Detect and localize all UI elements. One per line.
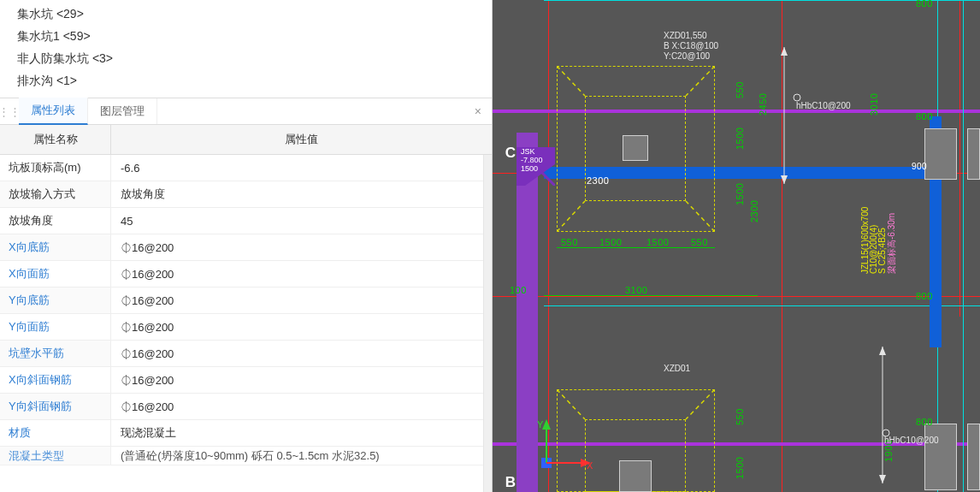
property-rows[interactable]: 坑板顶标高(m)-6.6放坡输入方式放坡角度放坡角度45X向底筋⏀16@200X… [0, 155, 483, 492]
anno-hbc1: hHbC10@200 [796, 101, 851, 111]
property-name: 放坡角度 [0, 208, 111, 234]
property-value[interactable]: ⏀16@200 [111, 287, 483, 313]
column [623, 135, 648, 161]
jsk-label: JSK -7.800 1500 [521, 148, 543, 174]
property-row[interactable]: 放坡输入方式放坡角度 [0, 181, 483, 208]
property-value[interactable]: 放坡角度 [111, 181, 483, 207]
dim-800: 800 [916, 111, 933, 122]
dim-800: 800 [916, 0, 933, 9]
dim-arrow-icon [779, 47, 789, 184]
property-value[interactable]: ⏀16@200 [111, 367, 483, 393]
anno-xzd-lower: XZD01 [664, 364, 690, 374]
cad-viewport[interactable]: 550 1500 1500 550 550 1500 1500 2300 245… [493, 0, 980, 492]
header-value: 属性值 [111, 125, 492, 154]
property-row[interactable]: 坑板顶标高(m)-6.6 [0, 155, 483, 181]
svg-line-3 [686, 201, 715, 232]
dim-550v-low: 550 [735, 408, 745, 425]
tree-item[interactable]: 非人防集水坑 <3> [17, 48, 485, 70]
property-row[interactable]: 材质现浇混凝土 [0, 420, 483, 447]
scrollbar[interactable] [483, 155, 492, 492]
property-row[interactable]: Y向底筋⏀16@200 [0, 287, 483, 314]
property-name: 材质 [0, 420, 111, 446]
svg-text:Y: Y [537, 419, 544, 430]
svg-text:X: X [587, 460, 593, 471]
dim-3010v: 3010 [869, 93, 879, 116]
dim-line-3100 [544, 295, 758, 296]
gridline-vertical [959, 0, 960, 317]
property-name: Y向面筋 [0, 314, 111, 340]
column [967, 128, 980, 180]
property-row[interactable]: X向斜面钢筋⏀16@200 [0, 367, 483, 394]
leader-dot-icon [792, 92, 802, 103]
property-value[interactable]: (普通砼(坍落度10~90mm) 砾石 0.5~1.5cm 水泥32.5) [111, 447, 483, 465]
property-table-header: 属性名称 属性值 [0, 125, 492, 155]
dim-800: 800 [916, 291, 933, 301]
grid-label-b: B [501, 473, 520, 492]
dim-2300v: 2300 [749, 200, 759, 222]
dim-550: 550 [561, 237, 578, 247]
anno-hbc2: hHbC10@200 [884, 436, 939, 446]
dim-550: 550 [691, 237, 708, 247]
svg-line-0 [557, 66, 585, 96]
dim-2450v: 2450 [758, 93, 768, 116]
property-row[interactable]: 坑壁水平筋⏀16@200 [0, 341, 483, 367]
property-row[interactable]: 混凝土类型(普通砼(坍落度10~90mm) 砾石 0.5~1.5cm 水泥32.… [0, 447, 483, 465]
svg-marker-20 [879, 475, 886, 483]
property-value[interactable]: ⏀16@200 [111, 394, 483, 419]
svg-marker-19 [879, 347, 886, 355]
property-value[interactable]: ⏀16@200 [111, 234, 483, 260]
svg-marker-17 [781, 175, 788, 184]
svg-point-21 [794, 94, 800, 101]
property-name: 坑壁水平筋 [0, 341, 111, 366]
svg-marker-10 [542, 419, 551, 430]
dim-900: 900 [912, 162, 927, 171]
property-name: 坑板顶标高(m) [0, 155, 111, 181]
grid-label-c: C [501, 144, 520, 163]
tab-attribute-list[interactable]: 属性列表 [19, 98, 88, 125]
property-name: Y向斜面钢筋 [0, 394, 111, 419]
cyan-line-v [963, 0, 964, 492]
dim-line [557, 247, 715, 248]
property-row[interactable]: X向面筋⏀16@200 [0, 261, 483, 287]
drag-handle-icon[interactable]: ⋮⋮ [0, 98, 19, 124]
tree-item[interactable]: 集水坑1 <59> [17, 26, 485, 48]
dim-1500v: 1500 [735, 183, 745, 205]
property-value[interactable]: ⏀16@200 [111, 341, 483, 366]
svg-line-5 [686, 389, 715, 419]
tab-layer-manager[interactable]: 图层管理 [88, 98, 157, 124]
gridline-horizontal [493, 296, 980, 297]
svg-line-2 [557, 201, 585, 232]
dim-small: 100 [510, 285, 527, 295]
column [967, 424, 980, 490]
cyan-line [544, 0, 980, 1]
gridline-vertical [548, 0, 549, 492]
svg-line-1 [686, 66, 715, 96]
property-value[interactable]: ⏀16@200 [111, 261, 483, 287]
property-name: X向斜面钢筋 [0, 367, 111, 393]
property-row[interactable]: Y向斜面钢筋⏀16@200 [0, 394, 483, 420]
leader-dot-icon [881, 428, 891, 438]
column [924, 424, 957, 490]
property-row[interactable]: X向底筋⏀16@200 [0, 234, 483, 261]
property-value[interactable]: 现浇混凝土 [111, 420, 483, 446]
component-tree: 集水坑 <29> 集水坑1 <59> 非人防集水坑 <3> 排水沟 <1> [0, 0, 492, 98]
property-value[interactable]: 45 [111, 208, 483, 234]
column [924, 128, 957, 180]
property-row[interactable]: Y向面筋⏀16@200 [0, 314, 483, 341]
anno-jzl-level: 梁面标高-6.30m [886, 213, 898, 274]
property-value[interactable]: -6.6 [111, 155, 483, 181]
close-icon[interactable]: × [464, 104, 492, 118]
tree-item[interactable]: 排水沟 <1> [17, 70, 485, 92]
property-row[interactable]: 放坡角度45 [0, 208, 483, 234]
svg-point-22 [883, 430, 889, 436]
header-name: 属性名称 [0, 125, 111, 154]
svg-marker-16 [781, 47, 788, 56]
svg-line-4 [557, 389, 585, 419]
property-name: 放坡输入方式 [0, 181, 111, 207]
property-value[interactable]: ⏀16@200 [111, 314, 483, 340]
tree-item[interactable]: 集水坑 <29> [17, 3, 485, 26]
property-name: X向底筋 [0, 234, 111, 260]
property-name: Y向底筋 [0, 287, 111, 313]
xyz-axis-gizmo[interactable]: X Y [537, 419, 605, 482]
dim-2300: 2300 [587, 175, 609, 186]
